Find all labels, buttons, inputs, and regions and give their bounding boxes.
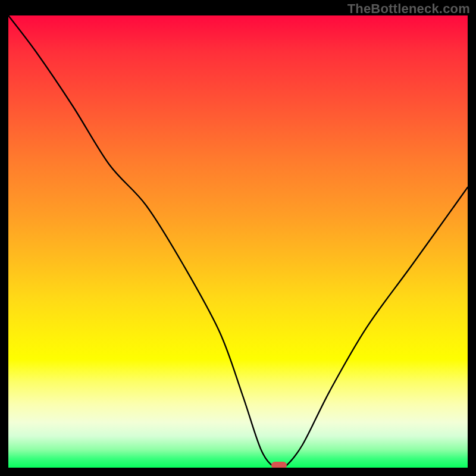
bottleneck-curve xyxy=(8,15,468,468)
optimal-point-marker xyxy=(271,462,287,468)
chart-frame: TheBottleneck.com xyxy=(0,0,476,476)
curve-path xyxy=(8,15,468,468)
watermark-text: TheBottleneck.com xyxy=(347,1,470,17)
plot-area xyxy=(8,15,468,468)
